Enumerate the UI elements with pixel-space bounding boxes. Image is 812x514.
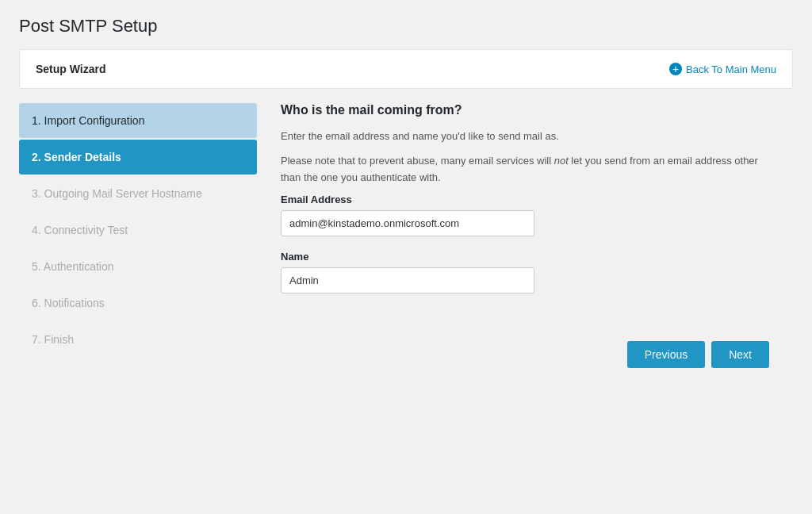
sidebar-item-notifications[interactable]: 6. Notifications bbox=[19, 286, 257, 320]
next-button[interactable]: Next bbox=[711, 341, 769, 368]
sidebar-item-auth-text: Authentication bbox=[44, 260, 114, 273]
sidebar-item-authentication[interactable]: 5. Authentication bbox=[19, 249, 257, 284]
form-description-2: Please note that to prevent abuse, many … bbox=[281, 153, 777, 186]
sidebar-item-finish-number: 7. bbox=[32, 333, 41, 346]
wizard-card-label: Setup Wizard bbox=[36, 63, 106, 75]
form-desc2-italic: not bbox=[554, 155, 569, 167]
form-desc2-before: Please note that to prevent abuse, many … bbox=[281, 155, 554, 167]
sidebar-item-import-config-text: Import Configuration bbox=[44, 114, 145, 127]
sidebar-item-finish[interactable]: 7. Finish bbox=[19, 322, 257, 357]
form-area: Who is the mail coming from? Enter the e… bbox=[257, 103, 793, 368]
back-link-text: Back To Main Menu bbox=[686, 63, 776, 75]
footer-buttons: Previous Next bbox=[281, 341, 777, 368]
sidebar-item-mail-server[interactable]: 3. Outgoing Mail Server Hostname bbox=[19, 176, 257, 211]
sidebar: 1. Import Configuration 2. Sender Detail… bbox=[19, 103, 257, 359]
sidebar-item-mail-server-text: Outgoing Mail Server Hostname bbox=[44, 187, 202, 200]
sidebar-item-sender-details[interactable]: 2. Sender Details bbox=[19, 140, 257, 175]
back-to-main-menu-link[interactable]: Back To Main Menu bbox=[669, 63, 776, 75]
previous-button[interactable]: Previous bbox=[627, 341, 705, 368]
sidebar-item-sender-details-number: 2. bbox=[32, 151, 41, 163]
email-label: Email Address bbox=[281, 194, 777, 205]
sidebar-item-connectivity-number: 4. bbox=[32, 224, 41, 236]
sidebar-item-import-config-label: 1. bbox=[32, 114, 41, 127]
page-title: Post SMTP Setup bbox=[19, 16, 793, 36]
sidebar-item-connectivity-text: Connectivity Test bbox=[44, 224, 128, 236]
form-description-1: Enter the email address and name you'd l… bbox=[281, 128, 777, 145]
wizard-card: Setup Wizard Back To Main Menu bbox=[19, 49, 793, 89]
name-input[interactable] bbox=[281, 267, 534, 293]
sidebar-item-mail-server-number: 3. bbox=[32, 187, 41, 200]
name-label: Name bbox=[281, 251, 777, 263]
sidebar-item-notif-text: Notifications bbox=[44, 297, 105, 309]
name-group: Name bbox=[281, 251, 777, 293]
sidebar-item-auth-number: 5. bbox=[32, 260, 41, 273]
sidebar-item-import-config[interactable]: 1. Import Configuration bbox=[19, 103, 257, 138]
email-address-group: Email Address bbox=[281, 194, 777, 236]
sidebar-item-notif-number: 6. bbox=[32, 297, 41, 309]
sidebar-item-finish-text: Finish bbox=[44, 333, 74, 346]
main-content: 1. Import Configuration 2. Sender Detail… bbox=[19, 103, 793, 368]
sidebar-item-connectivity-test[interactable]: 4. Connectivity Test bbox=[19, 213, 257, 247]
form-section-title: Who is the mail coming from? bbox=[281, 103, 777, 117]
sidebar-item-sender-details-text: Sender Details bbox=[44, 151, 121, 163]
email-input[interactable] bbox=[281, 210, 534, 236]
back-icon bbox=[669, 63, 682, 75]
